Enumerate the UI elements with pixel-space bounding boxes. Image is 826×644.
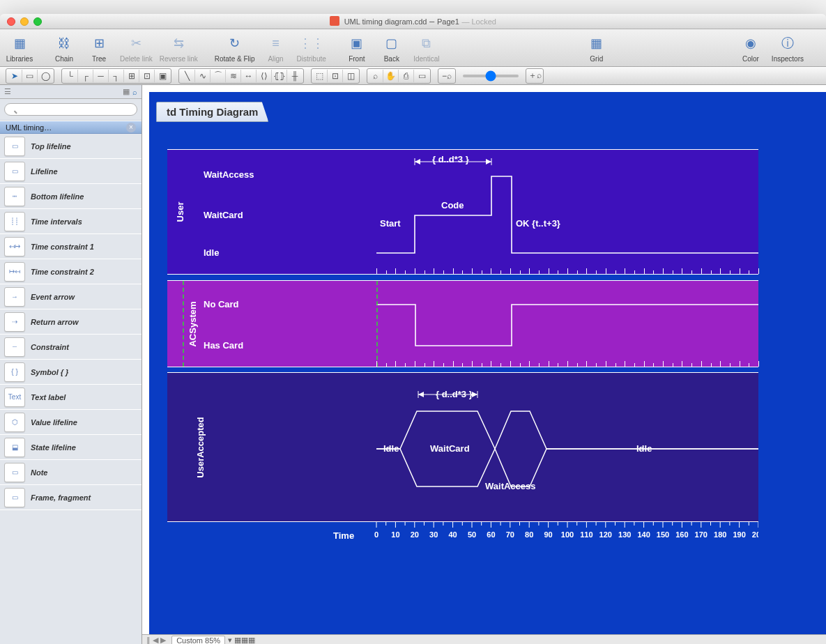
svg-text:170: 170 bbox=[695, 530, 708, 539]
svg-text:160: 160 bbox=[675, 530, 688, 539]
arc-tool-icon[interactable]: ⌒ bbox=[211, 70, 226, 82]
view-grid-icon[interactable]: ▦ bbox=[123, 87, 130, 96]
lifeline-acsystem[interactable]: ACSystem No Card Has Card bbox=[167, 280, 758, 367]
library-item[interactable]: ↤↦Time constraint 1 bbox=[0, 234, 142, 259]
toolbar-libraries-button[interactable]: ▦Libraries bbox=[6, 33, 33, 63]
lifeline-user[interactable]: User WaitAccess WaitCard Idle { d..d bbox=[167, 149, 758, 275]
connector6-tool-icon[interactable]: ⊡ bbox=[139, 70, 155, 82]
toolbar-icon: ⓘ bbox=[777, 33, 798, 54]
brace-tool-icon[interactable]: ⦃⦄ bbox=[272, 70, 287, 82]
library-item[interactable]: ⬡Value lifeline bbox=[0, 410, 142, 435]
ellipse-tool-icon[interactable]: ◯ bbox=[38, 70, 53, 82]
toolbar-icon: ▢ bbox=[381, 33, 402, 54]
magnifier-icon[interactable]: ⌕ bbox=[368, 70, 383, 82]
pointer-tool-icon[interactable]: ➤ bbox=[7, 70, 22, 82]
search-toggle-icon[interactable]: ⌕ bbox=[132, 88, 137, 96]
library-item-icon: → bbox=[4, 287, 25, 307]
library-item[interactable]: →Event arrow bbox=[0, 284, 142, 309]
toolbar-color-button[interactable]: ◉Color bbox=[737, 33, 765, 63]
constraint-label: { d..d*3 } bbox=[436, 389, 473, 399]
canvas[interactable]: td Timing Diagram User WaitAccess WaitCa… bbox=[142, 85, 826, 634]
library-close-icon[interactable]: × bbox=[126, 123, 136, 132]
toolbar-icon: ⇆ bbox=[168, 33, 189, 54]
svg-marker-4 bbox=[486, 159, 491, 164]
locked-label: Locked bbox=[471, 17, 496, 26]
connector5-tool-icon[interactable]: ⊞ bbox=[124, 70, 139, 82]
sidebar-tabs[interactable]: ☰ ▦ ⌕ bbox=[0, 85, 142, 99]
toolbar-label: Delete link bbox=[120, 55, 153, 63]
library-item[interactable]: ⇢Return arrow bbox=[0, 309, 142, 335]
library-item[interactable]: ┊┊Time intervals bbox=[0, 209, 142, 234]
zoom-display[interactable]: Custom 85% bbox=[171, 636, 225, 645]
svg-text:150: 150 bbox=[657, 530, 669, 539]
connector4-tool-icon[interactable]: ┐ bbox=[109, 70, 124, 82]
svg-text:70: 70 bbox=[506, 530, 514, 539]
zoom-out-icon[interactable]: −⌕ bbox=[439, 70, 454, 82]
toolbar-rotate-flip-button[interactable]: ↻Rotate & Flip bbox=[215, 33, 255, 63]
library-item[interactable]: { }Symbol { } bbox=[0, 360, 142, 385]
dashed-guide bbox=[183, 281, 184, 367]
library-title: UML timing… bbox=[6, 123, 52, 132]
view-list-icon[interactable]: ☰ bbox=[4, 87, 11, 96]
svg-text:140: 140 bbox=[637, 530, 650, 539]
connector3-tool-icon[interactable]: ─ bbox=[93, 70, 109, 82]
library-item-icon: ▭ bbox=[4, 162, 25, 181]
library-item-label: Event arrow bbox=[31, 293, 75, 301]
toolbar-label: Grid bbox=[590, 55, 603, 63]
toolbar-chain-button[interactable]: ⛓Chain bbox=[50, 33, 78, 63]
toolbar-front-button[interactable]: ▣Front bbox=[343, 33, 371, 63]
horizontal-scrollbar[interactable]: ‖ ◀ ▶ Custom 85% ▾ ▦▦▦ bbox=[142, 634, 826, 644]
library-item[interactable]: ▭Frame, fragment bbox=[0, 485, 142, 510]
curve-tool-icon[interactable]: ∿ bbox=[195, 70, 211, 82]
page-icon[interactable]: ▭ bbox=[414, 70, 429, 82]
library-item[interactable]: ▭Top lifeline bbox=[0, 134, 142, 159]
library-item[interactable]: ┄Constraint bbox=[0, 335, 142, 360]
sidebar: ☰ ▦ ⌕ UML timing… × ▭Top lifeline▭Lifeli… bbox=[0, 85, 142, 644]
toolbar-label: Tree bbox=[92, 55, 106, 63]
toolbar-icon: ◉ bbox=[740, 33, 761, 54]
ungroup-tool-icon[interactable]: ⊡ bbox=[328, 70, 343, 82]
library-header[interactable]: UML timing… × bbox=[0, 121, 142, 134]
value-state-label: Idle bbox=[636, 443, 652, 454]
connector-tool-icon[interactable]: └ bbox=[63, 70, 78, 82]
print-icon[interactable]: ⎙ bbox=[399, 70, 414, 82]
toolbar-tree-button[interactable]: ⊞Tree bbox=[85, 33, 113, 63]
value-state-label: WaitCard bbox=[430, 443, 470, 454]
library-item[interactable]: ▭Lifeline bbox=[0, 159, 142, 184]
lifeline-useraccepted[interactable]: UserAccepted { d..d*3 } Idle bbox=[167, 372, 758, 522]
toolbar-icon: ✂ bbox=[125, 33, 146, 54]
zoom-slider[interactable] bbox=[463, 75, 519, 77]
toolbar-label: Libraries bbox=[6, 55, 33, 63]
line-tool-icon[interactable]: ╲ bbox=[180, 70, 195, 82]
container-tool-icon[interactable]: ◫ bbox=[343, 70, 358, 82]
pan-icon[interactable]: ✋ bbox=[383, 70, 399, 82]
library-item-label: Return arrow bbox=[31, 318, 78, 326]
frame-title: td Timing Diagram bbox=[156, 102, 268, 122]
svg-text:100: 100 bbox=[561, 530, 574, 539]
connector2-tool-icon[interactable]: ┌ bbox=[78, 70, 93, 82]
toolbar-grid-button[interactable]: ▦Grid bbox=[583, 33, 611, 63]
search-input[interactable] bbox=[4, 103, 137, 116]
zoom-in-icon[interactable]: ＋⌕ bbox=[527, 70, 542, 82]
library-item[interactable]: ↦↤Time constraint 2 bbox=[0, 259, 142, 284]
library-item-icon: ▭ bbox=[4, 488, 25, 507]
library-item[interactable]: ▭Note bbox=[0, 460, 142, 485]
toolbar-inspectors-button[interactable]: ⓘInspectors bbox=[772, 33, 804, 63]
toolbar-icon: ↻ bbox=[224, 33, 245, 54]
spline-tool-icon[interactable]: ≋ bbox=[226, 70, 241, 82]
bracket-tool-icon[interactable]: ⟨⟩ bbox=[257, 70, 272, 82]
library-item[interactable]: ⬓State lifeline bbox=[0, 435, 142, 460]
library-item[interactable]: ┉Bottom lifeline bbox=[0, 184, 142, 209]
svg-text:10: 10 bbox=[391, 530, 399, 539]
library-item-label: Note bbox=[31, 468, 47, 477]
event-label: Code bbox=[441, 200, 464, 210]
group-tool-icon[interactable]: ⬚ bbox=[312, 70, 328, 82]
arrow-tool-icon[interactable]: ↔ bbox=[241, 70, 257, 82]
dim-tool-icon[interactable]: ╫ bbox=[287, 70, 303, 82]
library-item[interactable]: TextText label bbox=[0, 385, 142, 410]
rect-tool-icon[interactable]: ▭ bbox=[22, 70, 38, 82]
toolbar-back-button[interactable]: ▢Back bbox=[378, 33, 406, 63]
constraint-label: { d..d*3 } bbox=[432, 154, 469, 164]
connector7-tool-icon[interactable]: ▣ bbox=[155, 70, 170, 82]
window-title: UML timing diagram.cdd – Page1 — Locked bbox=[0, 16, 826, 26]
